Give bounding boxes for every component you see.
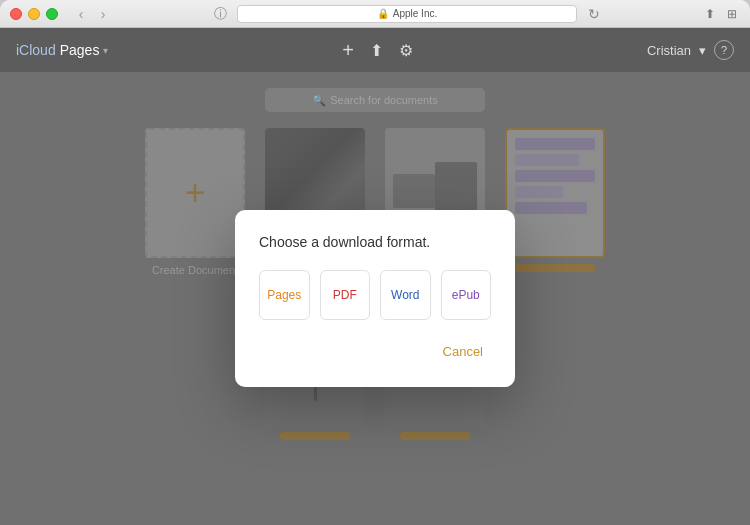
help-button[interactable]: ? xyxy=(714,40,734,60)
modal-footer: Cancel xyxy=(259,340,491,363)
new-tab-button[interactable]: ⊞ xyxy=(724,6,740,22)
address-text: Apple Inc. xyxy=(393,8,437,19)
upload-icon[interactable]: ⬆ xyxy=(370,41,383,60)
address-bar[interactable]: 🔒 Apple Inc. xyxy=(237,5,577,23)
icloud-label: iCloud xyxy=(16,42,56,58)
app-toolbar: iCloud Pages ▾ + ⬆ ⚙ Cristian ▾ ? xyxy=(0,28,750,72)
pages-label: Pages xyxy=(60,42,100,58)
forward-button[interactable]: › xyxy=(94,5,112,23)
maximize-button[interactable] xyxy=(46,8,58,20)
modal-dialog: Choose a download format. Pages PDF Word… xyxy=(235,210,515,387)
address-bar-container: ⓘ 🔒 Apple Inc. ↻ xyxy=(118,5,696,23)
settings-icon[interactable]: ⚙ xyxy=(399,41,413,60)
add-document-icon[interactable]: + xyxy=(342,39,354,62)
reload-button[interactable]: ↻ xyxy=(585,5,603,23)
minimize-button[interactable] xyxy=(28,8,40,20)
share-button[interactable]: ⬆ xyxy=(702,6,718,22)
format-buttons: Pages PDF Word ePub xyxy=(259,270,491,320)
browser-chrome: ‹ › ⓘ 🔒 Apple Inc. ↻ ⬆ ⊞ iCloud Pages ▾ … xyxy=(0,0,750,72)
close-button[interactable] xyxy=(10,8,22,20)
title-bar: ‹ › ⓘ 🔒 Apple Inc. ↻ ⬆ ⊞ xyxy=(0,0,750,28)
format-epub-button[interactable]: ePub xyxy=(441,270,492,320)
app-logo: iCloud Pages ▾ xyxy=(16,42,108,58)
info-button[interactable]: ⓘ xyxy=(211,5,229,23)
format-word-button[interactable]: Word xyxy=(380,270,431,320)
format-pdf-button[interactable]: PDF xyxy=(320,270,371,320)
user-chevron-icon[interactable]: ▾ xyxy=(699,43,706,58)
format-pages-button[interactable]: Pages xyxy=(259,270,310,320)
modal-title: Choose a download format. xyxy=(259,234,491,250)
modal-overlay: Choose a download format. Pages PDF Word… xyxy=(0,72,750,525)
user-name[interactable]: Cristian xyxy=(647,43,691,58)
title-bar-right: ⬆ ⊞ xyxy=(702,6,740,22)
help-label: ? xyxy=(721,44,727,56)
traffic-lights xyxy=(10,8,58,20)
nav-buttons: ‹ › xyxy=(72,5,112,23)
toolbar-right: Cristian ▾ ? xyxy=(647,40,734,60)
main-content: 🔍 Search for documents + Create Document xyxy=(0,72,750,525)
back-button[interactable]: ‹ xyxy=(72,5,90,23)
cancel-button[interactable]: Cancel xyxy=(435,340,491,363)
toolbar-center: + ⬆ ⚙ xyxy=(108,39,647,62)
lock-icon: 🔒 xyxy=(377,8,389,19)
